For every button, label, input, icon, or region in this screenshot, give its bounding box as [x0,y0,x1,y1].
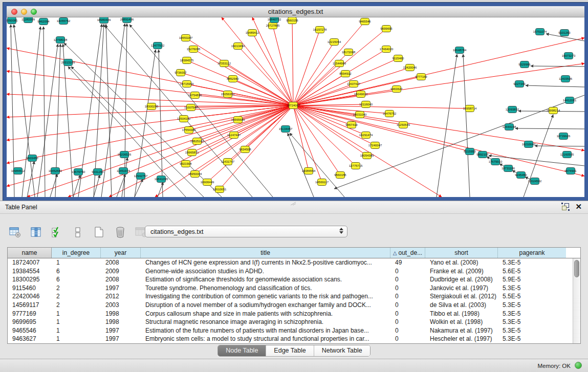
graph-node[interactable]: 10984512 [11,168,25,174]
graph-edge[interactable] [288,133,314,197]
graph-node[interactable]: 20891406 [120,17,134,23]
graph-edge[interactable] [293,58,398,105]
graph-node[interactable]: 16452681 [49,168,62,174]
graph-node[interactable]: 17464020 [380,46,394,53]
graph-edge[interactable] [293,105,584,150]
zoom-window-button[interactable] [31,9,37,15]
graph-edge[interactable] [192,105,293,152]
graph-node[interactable]: 9560156 [286,17,298,24]
graph-node[interactable]: 15751074 [533,29,547,35]
network-canvas-svg[interactable]: 1872400710553287152760951838457597360071… [7,17,584,197]
tab-edge-table[interactable]: Edge Table [266,345,314,356]
graph-node[interactable]: 9736007 [175,70,187,76]
graph-node[interactable]: 9465546 [359,18,371,25]
tab-network-table[interactable]: Network Table [314,345,370,356]
graph-edge[interactable] [50,174,57,197]
graph-edge[interactable] [187,60,293,105]
graph-node[interactable]: 10553287 [179,35,193,41]
graph-node[interactable]: 18980409 [97,17,111,24]
graph-node[interactable]: 12768028 [54,37,68,43]
graph-node[interactable]: 9462094 [37,18,50,25]
graph-node[interactable]: 18172008 [342,49,356,56]
graph-node[interactable]: 9777169 [415,74,427,80]
graph-node[interactable]: 11451974 [117,168,130,174]
table-row[interactable]: 2242004622012Investigating the contribut… [8,292,573,301]
graph-node[interactable]: 11607427 [347,81,361,87]
graph-edge[interactable] [437,54,457,197]
graph-node[interactable]: 11283309 [21,17,35,23]
graph-node[interactable]: 16648784 [453,47,467,54]
table-row[interactable]: 977716911998Corpus callosum shape and si… [8,310,573,318]
graph-edge[interactable] [7,105,293,186]
graph-edge[interactable] [293,105,352,125]
graph-edge[interactable] [252,33,293,105]
graph-node[interactable]: 20313109 [61,59,75,66]
table-row[interactable]: 911546021997Tourette syndrome. Phenomeno… [8,284,573,293]
graph-node[interactable]: 9331260 [92,169,104,176]
graph-node[interactable]: 14715959 [180,81,194,87]
graph-node[interactable]: 9603450 [26,155,38,162]
graph-node[interactable]: 15056351 [221,91,235,98]
new-table-button[interactable] [92,226,106,239]
graph-node[interactable]: 18300295 [145,103,159,110]
graph-node[interactable]: 17353112 [217,60,231,67]
graph-node[interactable]: 16840732 [268,17,281,23]
table-row[interactable]: 1938455462009Genome-wide association stu… [8,267,573,276]
graph-edge[interactable] [293,105,584,176]
close-panel-icon[interactable]: ✕ [575,203,582,210]
graph-node[interactable]: 9350081 [7,17,18,24]
graph-edge[interactable] [292,20,293,105]
graph-node[interactable]: 9115460 [393,55,405,62]
graph-edge[interactable] [117,174,125,197]
close-window-button[interactable] [11,9,17,15]
graph-node[interactable]: 16906449 [201,179,214,186]
graph-node[interactable]: 8215953 [464,148,476,155]
graph-node[interactable]: 12504192 [177,116,191,122]
graph-node[interactable]: 16291474 [359,132,373,139]
column-header-year[interactable]: year [101,248,141,258]
table-row[interactable]: 1872400712008Changes of HCN gene express… [8,258,573,267]
graph-node[interactable]: 11403506 [559,76,573,82]
graph-node[interactable]: 9329966 [518,61,531,68]
graph-node[interactable]: 12477932 [151,42,165,49]
column-header-short[interactable]: short [425,248,498,258]
graph-node[interactable]: 9227343 [513,81,526,87]
table-row[interactable]: 969969511998Structural magnetic resonanc… [8,318,573,326]
graph-node[interactable]: 22420046 [403,64,417,71]
graph-edge[interactable] [68,67,186,197]
graph-node[interactable]: 14569117 [315,179,329,186]
graph-edge[interactable] [463,54,470,197]
graph-edge[interactable] [293,38,584,105]
graph-node[interactable]: 12942757 [134,173,148,180]
table-row[interactable]: 946362711997Embryonic stem cells: a mode… [8,335,573,343]
graph-edge[interactable] [524,115,553,197]
graph-edge[interactable] [252,17,293,105]
table-row[interactable]: 1830029562008Estimation of significance … [8,275,573,284]
graph-node[interactable]: 12610651 [213,186,227,193]
graph-edge[interactable] [27,161,34,197]
graph-edge[interactable] [293,30,320,105]
graph-node[interactable]: 9892107 [476,151,489,158]
graph-edge[interactable] [106,24,112,197]
graph-node[interactable]: 16476752 [383,111,397,117]
graph-node[interactable]: 8594912 [339,71,352,77]
graph-node[interactable]: 20206526 [118,151,132,158]
graph-edge[interactable] [526,85,584,87]
graph-node[interactable]: 9467419 [345,122,358,128]
graph-node[interactable]: 12093832 [506,106,519,113]
table-row[interactable]: 946554611997Estimation of the future num… [8,326,573,335]
graph-node[interactable]: 15958714 [463,105,477,112]
graph-edge[interactable] [535,146,584,146]
graph-node[interactable]: 18031040 [353,112,367,118]
column-header-pagerank[interactable]: pagerank [498,248,566,258]
graph-node[interactable]: 13679750 [72,169,85,176]
graph-node[interactable]: 16973273 [562,53,576,59]
tab-node-table[interactable]: Node Table [218,345,266,356]
table-row[interactable]: 1456911722003Disruption of a novel membe… [8,301,573,310]
graph-node[interactable]: 15489412 [246,30,259,36]
column-header-out-degree[interactable]: △out_de... [390,248,425,258]
float-panel-icon[interactable] [562,203,569,210]
column-header-title[interactable]: title [141,248,390,258]
graph-node[interactable]: 14055752 [57,18,71,25]
graph-node[interactable]: 10739926 [557,133,571,140]
